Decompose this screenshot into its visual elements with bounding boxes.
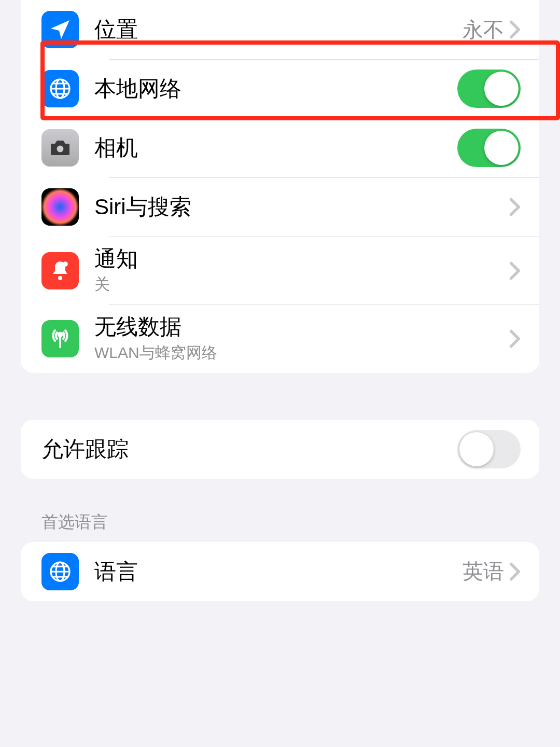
svg-point-3 [58, 276, 62, 280]
row-language[interactable]: 语言 英语 [21, 542, 539, 601]
chevron-right-icon [509, 329, 521, 349]
language-group: 语言 英语 [21, 542, 539, 601]
svg-point-5 [59, 333, 62, 336]
location-icon [41, 11, 79, 48]
row-camera[interactable]: 相机 [21, 118, 539, 177]
language-section-header: 首选语言 [41, 511, 519, 534]
wireless-label: 无线数据 [94, 314, 509, 340]
row-siri[interactable]: Siri与搜索 [21, 177, 539, 237]
camera-icon [41, 129, 79, 167]
globe-icon [41, 553, 79, 590]
notifications-label: 通知 [94, 246, 509, 272]
svg-point-2 [57, 146, 64, 153]
row-wireless[interactable]: 无线数据 WLAN与蜂窝网络 [21, 305, 539, 372]
row-notifications[interactable]: 通知 关 [21, 237, 539, 305]
camera-label: 相机 [94, 135, 457, 161]
globe-icon [41, 70, 79, 107]
chevron-right-icon [509, 261, 521, 281]
tracking-toggle[interactable] [457, 430, 521, 468]
svg-point-4 [63, 261, 68, 267]
local-network-toggle[interactable] [457, 70, 521, 108]
notifications-sublabel: 关 [94, 274, 509, 295]
chevron-right-icon [509, 562, 521, 582]
row-local-network[interactable]: 本地网络 [21, 59, 539, 118]
language-value: 英语 [463, 557, 504, 586]
local-network-label: 本地网络 [94, 76, 457, 102]
row-location[interactable]: 位置 永不 [21, 0, 539, 59]
tracking-group: 允许跟踪 [21, 420, 539, 479]
bell-icon [41, 252, 79, 289]
language-label: 语言 [94, 559, 463, 585]
location-value: 永不 [463, 16, 504, 44]
row-tracking[interactable]: 允许跟踪 [21, 420, 539, 479]
location-label: 位置 [94, 17, 463, 43]
camera-toggle[interactable] [457, 129, 521, 167]
wireless-sublabel: WLAN与蜂窝网络 [94, 342, 509, 364]
chevron-right-icon [509, 197, 521, 217]
tracking-label: 允许跟踪 [41, 436, 457, 462]
antenna-icon [41, 320, 79, 357]
siri-icon [41, 188, 79, 226]
permissions-group: 位置 永不 本地网络 相机 Siri与搜索 [21, 0, 539, 373]
siri-label: Siri与搜索 [94, 194, 509, 220]
chevron-right-icon [509, 20, 521, 39]
